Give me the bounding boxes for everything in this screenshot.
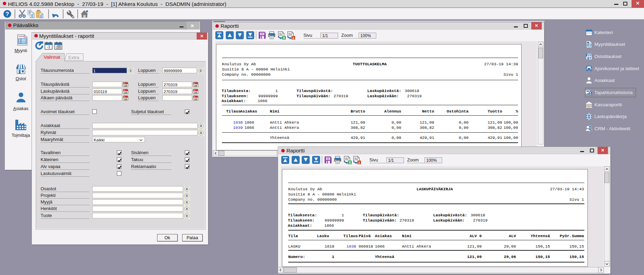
- svg-text:λ: λ: [292, 36, 294, 40]
- svg-text:10: 10: [194, 84, 197, 87]
- svg-text:-1: -1: [47, 45, 51, 49]
- svg-text:10: 10: [194, 98, 197, 101]
- svg-text:X: X: [349, 161, 351, 164]
- svg-text:10: 10: [194, 91, 197, 94]
- svg-text:ORDER: ORDER: [18, 36, 25, 38]
- svg-text:?: ?: [6, 11, 9, 17]
- svg-text:10: 10: [124, 91, 127, 94]
- svg-text:λ: λ: [358, 161, 360, 164]
- svg-text:10: 10: [124, 98, 127, 101]
- svg-text:X: X: [283, 36, 285, 40]
- svg-text:10: 10: [124, 84, 127, 87]
